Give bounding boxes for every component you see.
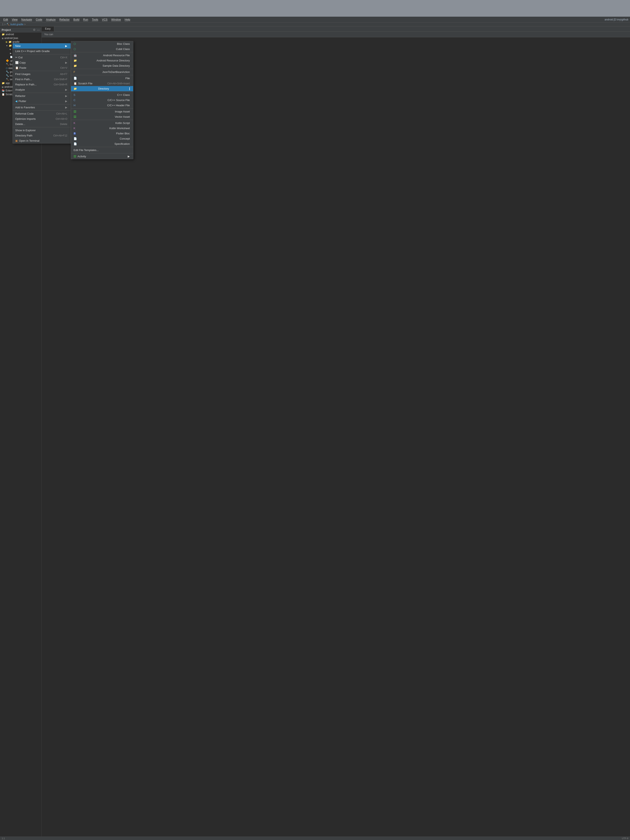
submenu-image-asset[interactable]: 🖼 Image Asset [71, 109, 133, 114]
context-menu-flutter[interactable]: ◀ Flutter ▶ [13, 98, 71, 104]
shortcut-label: Ctrl+Alt+Shift+Insert [107, 82, 130, 85]
tree-label: android [6, 33, 14, 36]
context-menu-refactor[interactable]: Refactor ▶ [13, 93, 71, 98]
sample-data-icon: 📁 [74, 64, 77, 67]
editor-tab-easy[interactable]: Easy [42, 27, 54, 32]
settings-icon: 🔨 [6, 78, 9, 81]
menu-tools[interactable]: Tools [90, 17, 100, 22]
collapse-icon[interactable]: — [37, 28, 40, 32]
shortcut-label: Ctrl+Shift+R [54, 83, 67, 86]
context-menu-find-usages[interactable]: Find Usages Alt+F7 [13, 71, 71, 77]
menu-item-label: Directory Path [15, 134, 49, 137]
menu-navigate[interactable]: Navigate [20, 17, 33, 22]
context-menu-show-explorer[interactable]: Show in Explorer [13, 128, 71, 133]
tree-label: app [6, 82, 10, 85]
context-menu-cut[interactable]: ✂ Cut Ctrl+X [13, 55, 71, 60]
breadcrumb-file[interactable]: build.gradle [10, 23, 23, 26]
submenu-item-label: JsonToDartBeanAction [102, 70, 130, 74]
gradle-icon: 🔧 [6, 70, 9, 73]
context-menu-find-in-path[interactable]: Find in Path... Ctrl+Shift+F [13, 77, 71, 82]
bloc-icon: ⬡ [74, 42, 76, 46]
context-menu-directory-path[interactable]: Directory Path Ctrl+Alt+F12 [13, 133, 71, 138]
context-menu-optimize[interactable]: Optimize Imports Ctrl+Alt+O [13, 116, 71, 122]
submenu-edit-templates[interactable]: Edit File Templates... [71, 147, 133, 153]
new-submenu[interactable]: ⬡ Bloc Class ⬡ Cubit Class 🤖 Android Res… [71, 41, 133, 159]
submenu-cubit-class[interactable]: ⬡ Cubit Class [71, 46, 133, 52]
menu-code[interactable]: Code [34, 17, 44, 22]
submenu-cpp-class[interactable]: S C++ Class [71, 92, 133, 98]
project-sidebar: Project ⚙ — 📁 android ▣ android [eas ▶ 📁… [0, 27, 42, 837]
menu-item-label: Flutter [19, 99, 63, 103]
menu-window[interactable]: Window [110, 17, 123, 22]
tree-label: android [eas [5, 37, 18, 39]
submenu-kotlin-script[interactable]: K Kotlin Script [71, 120, 133, 126]
submenu-concept[interactable]: 📄 Concept [71, 136, 133, 141]
context-menu-reformat[interactable]: Reformat Code Ctrl+Alt+L [13, 111, 71, 116]
menu-help[interactable]: Help [123, 17, 132, 22]
menu-item-label: Optimize Imports [15, 117, 52, 120]
sidebar-item-android-eas[interactable]: ▣ android [eas [0, 36, 41, 40]
menu-build[interactable]: Build [72, 17, 81, 22]
submenu-arrow-icon: ▶ [65, 44, 67, 47]
submenu-item-label: Directory [98, 87, 109, 90]
copy-icon: ⬜ [15, 61, 19, 64]
separator [13, 93, 71, 93]
main-area: Project ⚙ — 📁 android ▣ android [eas ▶ 📁… [0, 27, 630, 837]
menu-edit[interactable]: Edit [2, 17, 9, 22]
editor-tab-bar: Easy [42, 27, 630, 32]
kotlin-script-icon: K [74, 122, 76, 125]
sidebar-item-android[interactable]: 📁 android [0, 33, 41, 36]
context-menu-delete[interactable]: Delete... Delete [13, 122, 71, 127]
settings-icon[interactable]: ⚙ [33, 28, 36, 32]
context-menu[interactable]: New ▶ Link C++ Project with Gradle ✂ Cut… [13, 43, 71, 144]
context-menu-new[interactable]: New ▶ [13, 43, 71, 49]
folder-icon: ▶ [6, 40, 8, 43]
menu-item-label: Refactor [15, 95, 63, 98]
menu-vcs[interactable]: VCS [100, 17, 109, 22]
lib-icon: 📚 [2, 89, 5, 92]
menu-view[interactable]: View [10, 17, 19, 22]
submenu-item-label: C/C++ Header File [107, 104, 130, 107]
image-asset-icon: 🖼 [74, 110, 76, 113]
scratch-icon: 📋 [2, 93, 5, 96]
expand-icon: ▶ [10, 52, 12, 54]
submenu-item-label: Activity [77, 155, 128, 158]
submenu-json-to-dart[interactable]: F JsonToDartBeanAction [71, 69, 133, 74]
submenu-arrow-icon: ▶ [128, 155, 130, 158]
menu-run[interactable]: Run [82, 17, 90, 22]
vector-asset-icon: 🖼 [74, 115, 76, 118]
context-menu-replace-in-path[interactable]: Replace in Path... Ctrl+Shift+R [13, 82, 71, 87]
submenu-file[interactable]: 📄 File [71, 76, 133, 81]
submenu-cpp-source[interactable]: C C/C++ Source File [71, 98, 133, 103]
submenu-flutter-bloc[interactable]: B Flutter Bloc [71, 131, 133, 136]
submenu-cpp-header[interactable]: H C/C++ Header File [71, 103, 133, 108]
submenu-item-label: Edit File Templates... [74, 148, 98, 152]
cubit-icon: ⬡ [74, 47, 76, 51]
submenu-activity[interactable]: 🖼 Activity ▶ [71, 154, 133, 159]
submenu-sample-data-dir[interactable]: 📁 Sample Data Directory [71, 63, 133, 68]
menu-analyze[interactable]: Analyze [44, 17, 57, 22]
context-menu-add-favorites[interactable]: Add to Favorites ▶ [13, 105, 71, 110]
submenu-arrow-icon: ▶ [65, 88, 67, 91]
context-menu-analyze[interactable]: Analyze ▶ [13, 87, 71, 92]
context-menu-open-terminal[interactable]: ▣ Open in Terminal [13, 138, 71, 143]
context-menu-copy[interactable]: ⬜ Copy ▶ [13, 60, 71, 65]
submenu-android-resource-file[interactable]: 🤖 Android Resource File [71, 53, 133, 58]
submenu-android-resource-dir[interactable]: 📁 Android Resource Directory [71, 58, 133, 63]
context-menu-link-cpp[interactable]: Link C++ Project with Gradle [13, 49, 71, 54]
breadcrumb-arrow: > [24, 23, 25, 26]
submenu-arrow-icon: ▶ [65, 99, 67, 103]
submenu-kotlin-worksheet[interactable]: K Kotlin Worksheet [71, 126, 133, 131]
submenu-specification[interactable]: 📄 Specification [71, 141, 133, 147]
separator [71, 69, 133, 69]
submenu-item-label: Image Asset [115, 110, 130, 113]
submenu-bloc-class[interactable]: ⬡ Bloc Class [71, 41, 133, 46]
submenu-directory[interactable]: 📁 Directory [71, 86, 133, 91]
menu-item-label: Find Usages [15, 73, 56, 76]
ide-window: Edit View Navigate Code Analyze Refactor… [0, 17, 630, 840]
submenu-vector-asset[interactable]: 🖼 Vector Asset [71, 114, 133, 119]
menu-refactor[interactable]: Refactor [58, 17, 71, 22]
submenu-scratch-file[interactable]: 📋 Scratch File Ctrl+Alt+Shift+Insert [71, 81, 133, 86]
menu-item-label: New [15, 44, 21, 47]
context-menu-paste[interactable]: 📋 Paste Ctrl+V [13, 65, 71, 70]
